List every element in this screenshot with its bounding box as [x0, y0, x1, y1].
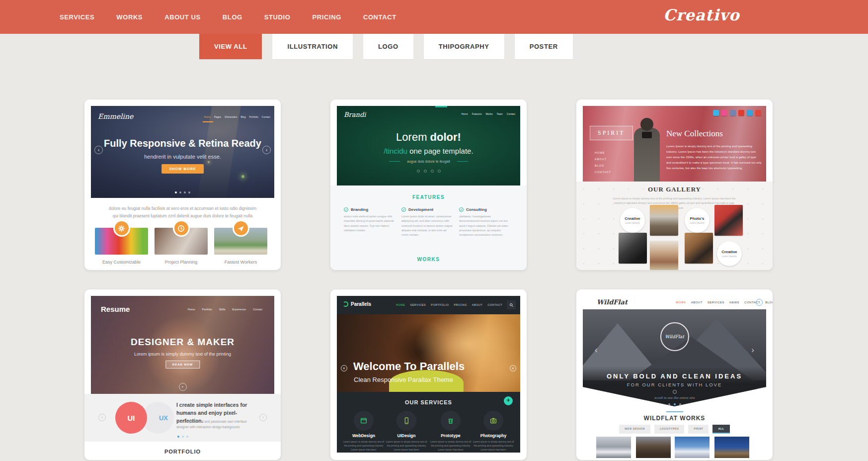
emmeline-headline: Fully Responsive & Retina Ready	[91, 138, 274, 149]
portfolio-card-wildflat[interactable]: WildFlat WORK ABOUT SERVICES NEWS CONTAC…	[576, 289, 773, 460]
scroll-note: scroll to see the entire site	[583, 396, 766, 399]
feature-caption: Easy Customizable	[95, 260, 148, 265]
feature-name: Consulting	[466, 207, 487, 212]
subheadline-accent: /tincidu	[384, 147, 407, 155]
photo-light-glow	[208, 161, 210, 163]
carousel-next-icon: ›	[751, 345, 754, 355]
nav-pricing[interactable]: PRICING	[313, 13, 341, 21]
feature-consulting: ✓Consulting claritatem. Investigationes …	[459, 207, 512, 238]
service-text: Lorem ipsum is simply dummy text of the …	[385, 440, 428, 452]
brandi-nav-features: Features	[472, 112, 482, 115]
spirit-paragraph: Lorem Ipsum is simply dummy text of the …	[666, 144, 762, 171]
portfolio-card-resume[interactable]: Resume Home Portfolio Skills Experience …	[84, 289, 281, 460]
nav-contact[interactable]: CONTACT	[363, 13, 396, 21]
filter-view-all[interactable]: VIEW ALL	[199, 34, 262, 59]
parallels-headline: Welcome To Parallels	[353, 360, 465, 373]
feature-caption: Project Planning	[155, 260, 208, 265]
feature-text: Lorem ipsum dolor sit amet, consectetuer…	[401, 214, 454, 238]
brandi-subheadline: /tincidu one page template.	[337, 147, 520, 155]
spirit-hero-photo: SPIRIT HOME ABOUT BLOG CONTACT New Colle…	[583, 106, 766, 182]
emmeline-hero-photo: Emmeline Home Pages Shortcodes Blog Port…	[91, 106, 274, 198]
carousel-prev-icon: ‹	[595, 345, 598, 355]
gallery-badge-creative-2: Creative Lorem Ipsumly	[717, 241, 742, 266]
wildflat-filter-chips: WEB DESIGN LOGOTYPES PRINT ALL	[576, 425, 773, 434]
plane-icon	[233, 220, 249, 237]
bridge-photo-highlight	[197, 106, 240, 198]
emmeline-feature-customizable: Easy Customizable	[95, 228, 148, 265]
parallels-subheadline: Clean Responsive Parallax Theme	[354, 376, 453, 383]
filter-illustration[interactable]: ILLUSTRATION	[272, 34, 353, 59]
carousel-next-icon: ›	[262, 146, 271, 154]
spirit-social-icons	[713, 110, 761, 116]
gear-icon	[113, 220, 130, 237]
nav-blog[interactable]: BLOG	[223, 13, 242, 21]
photo-light-glow	[241, 175, 244, 178]
badge-logo-text: WildFlat	[665, 334, 684, 339]
wildflat-nav-about: ABOUT	[691, 301, 703, 304]
filter-logo[interactable]: LOGO	[363, 34, 413, 59]
nav-services[interactable]: SERVICES	[60, 13, 94, 21]
creativo-logo[interactable]: Creativo	[663, 6, 740, 24]
browser-icon	[354, 411, 374, 431]
brandi-tagline: augue duis dolore te feugait	[337, 160, 520, 163]
scroll-down-icon: •	[179, 383, 187, 391]
brandi-social-icons	[337, 170, 520, 173]
nav-about-us[interactable]: ABOUT US	[164, 13, 201, 21]
wildflat-site-logo: WildFlat	[597, 298, 628, 306]
emmeline-nav-home: Home	[204, 115, 211, 118]
check-icon: ✓	[401, 207, 406, 212]
filter-thipography[interactable]: THIPOGRAPHY	[424, 34, 504, 59]
ui-circle: UI	[115, 402, 147, 434]
spirit-menu-about: ABOUT	[595, 156, 611, 163]
works-photo-snowy-peak	[596, 437, 631, 458]
tagline-text: augue duis dolore te feugait	[407, 160, 450, 163]
nav-works[interactable]: WORKS	[116, 13, 143, 21]
search-icon	[756, 299, 763, 306]
resume-site-logo: Resume	[101, 305, 130, 313]
emmeline-nav-shortcodes: Shortcodes	[225, 115, 237, 118]
portfolio-card-parallels[interactable]: Parallels HOME SERVICES PORTFOLIO PRICIN…	[330, 289, 527, 460]
resume-nav-contact: Contact	[253, 308, 262, 311]
resume-subheadline: Lorem ipsum is simply dummy text of the …	[91, 352, 274, 357]
spirit-site-menu: HOME ABOUT BLOG CONTACT	[595, 150, 611, 176]
feature-text: ansicu nuiis eleifend option congue nihi…	[344, 214, 396, 233]
carousel-dots	[91, 191, 274, 193]
portfolio-card-spirit[interactable]: SPIRIT HOME ABOUT BLOG CONTACT New Colle…	[576, 99, 773, 270]
works-photo-blue-sky-peak	[675, 437, 710, 458]
gallery-badge-photos: Photo's Lorem Ipsumly	[685, 208, 710, 233]
works-photo-dark-ridge	[636, 437, 671, 458]
gallery-photo-photographer	[650, 205, 678, 236]
service-webdesign: WebDesign Lorem ipsum is simply dummy te…	[342, 411, 385, 452]
brandi-hero-photo: Brandi Home Features Works Team Contact …	[337, 106, 520, 185]
brandi-nav-home: Home	[461, 112, 468, 115]
slider-prev-icon: ‹	[98, 414, 106, 421]
camera-shape	[642, 132, 652, 138]
wildflat-works-heading: WILDFLAT WORKS	[576, 415, 773, 422]
gallery-photo-cat	[685, 233, 713, 264]
feature-name: Development	[408, 207, 433, 212]
parallels-navbar: Parallels HOME SERVICES PORTFOLIO PRICIN…	[337, 296, 520, 314]
parallels-site-nav: HOME SERVICES PORTFOLIO PRICING ABOUT CO…	[396, 303, 502, 306]
badge-subtitle: Lorem Ipsumly	[625, 222, 640, 224]
main-navigation: SERVICES WORKS ABOUT US BLOG STUDIO PRIC…	[60, 0, 396, 34]
nav-studio[interactable]: STUDIO	[264, 13, 291, 21]
wildflat-subheadline: FOR OUR CLIENTS WITH LOVE	[583, 382, 766, 387]
scroll-anchor-icon	[673, 390, 677, 394]
spirit-headline: New Collections	[666, 129, 723, 139]
parallels-nav-about: ABOUT	[472, 303, 482, 306]
filter-poster[interactable]: POSTER	[515, 34, 573, 59]
feature-text: claritatem. Investigationes demonstraver…	[459, 214, 512, 238]
portfolio-card-brandi[interactable]: Brandi Home Features Works Team Contact …	[330, 99, 527, 270]
services-heading: OUR SERVICES	[337, 399, 520, 405]
badge-subtitle: Lorem Ipsumly	[722, 255, 737, 258]
portfolio-card-emmeline[interactable]: Emmeline Home Pages Shortcodes Blog Port…	[84, 99, 281, 270]
feature-branding: ✓Branding ansicu nuiis eleifend option c…	[344, 207, 396, 233]
phone-icon	[396, 411, 416, 431]
ui-label: UI	[128, 414, 135, 422]
show-more-button: SHOW MORE	[161, 164, 204, 174]
dribbble-icon	[721, 110, 727, 116]
camera-icon	[483, 411, 503, 431]
carousel-prev-icon: ✕	[341, 365, 347, 371]
wildflat-nav-work: WORK	[676, 301, 686, 304]
search-icon	[507, 300, 516, 309]
